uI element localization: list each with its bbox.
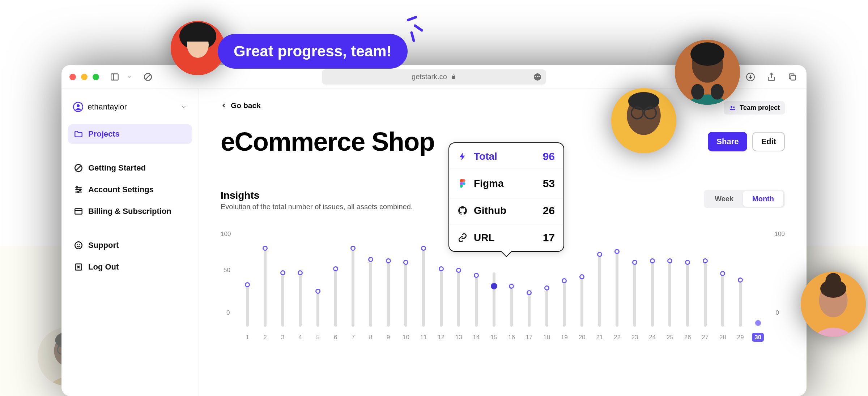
x-axis-label: 25: [661, 334, 679, 341]
chart-bar[interactable]: [450, 272, 468, 327]
download-icon[interactable]: [744, 71, 757, 83]
chart-bar[interactable]: [327, 271, 344, 327]
edit-button[interactable]: Edit: [752, 132, 785, 151]
breakdown-label: Github: [474, 205, 506, 216]
sliders-icon: [74, 185, 83, 194]
chart-bar[interactable]: [573, 279, 591, 327]
svg-point-20: [75, 242, 82, 249]
chart-bar[interactable]: [643, 263, 661, 327]
x-axis-label: 30: [749, 334, 767, 341]
chart-bar[interactable]: [344, 250, 362, 327]
svg-point-26: [731, 106, 732, 108]
sidebar-item-label: Projects: [88, 129, 120, 139]
breakdown-row-url: URL 17: [449, 224, 563, 251]
url-text: getstark.co: [412, 73, 447, 81]
chart-bar[interactable]: [696, 263, 714, 327]
chart-bar[interactable]: [292, 275, 309, 327]
url-menu-icon[interactable]: •••: [534, 73, 541, 81]
chart-bar[interactable]: [256, 250, 274, 327]
maximize-window-icon[interactable]: [93, 74, 99, 80]
user-name: ethantaylor: [88, 102, 176, 112]
user-avatar-icon: [73, 102, 83, 112]
chart-bar[interactable]: [503, 288, 520, 327]
toggle-month[interactable]: Month: [743, 191, 783, 207]
chart-bar[interactable]: [556, 283, 573, 327]
sidebar-item-getting-started[interactable]: Getting Started: [68, 158, 192, 178]
chart-bar[interactable]: [608, 254, 626, 327]
chart-bar[interactable]: [679, 264, 697, 327]
chart-bar[interactable]: [485, 272, 503, 327]
chart-bar[interactable]: [432, 271, 450, 327]
y-axis-label: 0: [776, 309, 779, 317]
breakdown-row-total: Total 96: [449, 143, 563, 170]
svg-point-16: [79, 189, 81, 190]
sidebar-item-label: Account Settings: [88, 185, 154, 194]
breakdown-label: Figma: [474, 178, 503, 189]
chart-bar[interactable]: [591, 257, 608, 327]
sidebar-item-support[interactable]: Support: [68, 236, 192, 255]
x-axis-label: 11: [415, 334, 433, 341]
chart-bar[interactable]: [309, 293, 327, 327]
x-axis-label: 12: [432, 334, 450, 341]
block-icon[interactable]: [142, 71, 154, 83]
minimize-window-icon[interactable]: [81, 74, 88, 80]
x-axis-label: 22: [608, 334, 626, 341]
chart-bar[interactable]: [538, 290, 556, 327]
sidebar-item-account-settings[interactable]: Account Settings: [68, 180, 192, 199]
chart-bar[interactable]: [661, 263, 679, 327]
x-axis-label: 10: [397, 334, 415, 341]
speech-bubble: Great progress, team!: [218, 34, 408, 69]
x-axis-label: 8: [362, 334, 380, 341]
chevron-down-icon[interactable]: [123, 71, 135, 83]
svg-rect-0: [111, 74, 118, 80]
chart-bar[interactable]: [415, 250, 433, 327]
chart-bar[interactable]: [397, 264, 415, 327]
team-icon: [729, 104, 736, 112]
breakdown-row-github: Github 26: [449, 197, 563, 224]
x-axis-label: 16: [503, 334, 520, 341]
chart-bar[interactable]: [379, 263, 397, 327]
lightning-icon: [458, 152, 467, 161]
breakdown-value: 53: [543, 177, 555, 190]
team-project-badge: Team project: [724, 101, 785, 115]
chart-bar[interactable]: [714, 276, 732, 327]
share-icon[interactable]: [765, 71, 778, 83]
x-axis-label: 28: [714, 334, 732, 341]
chart-bar[interactable]: [468, 277, 485, 327]
svg-point-17: [77, 191, 78, 193]
y-axis-label: 50: [224, 267, 230, 274]
breakdown-value: 17: [543, 232, 555, 244]
chart-bar[interactable]: [520, 295, 538, 327]
url-bar[interactable]: getstark.co •••: [322, 69, 546, 85]
svg-line-3: [146, 74, 150, 79]
x-axis-label: 5: [309, 334, 327, 341]
go-back-button[interactable]: Go back: [221, 101, 261, 110]
x-axis-label: 17: [520, 334, 538, 341]
x-axis-label: 2: [256, 334, 274, 341]
svg-rect-7: [791, 75, 796, 80]
smile-icon: [74, 241, 83, 250]
x-axis-label: 29: [732, 334, 749, 341]
sidebar-item-billing[interactable]: Billing & Subscription: [68, 202, 192, 221]
chart-bar[interactable]: [274, 275, 292, 327]
lock-icon: [451, 74, 456, 80]
team-badge-label: Team project: [740, 104, 780, 112]
copy-icon[interactable]: [786, 71, 799, 83]
breakdown-tooltip: Total 96 Figma 53 Github 26 URL 17: [448, 142, 564, 252]
x-axis-label: 13: [450, 334, 468, 341]
x-axis-label: 3: [274, 334, 292, 341]
sidebar-item-logout[interactable]: Log Out: [68, 257, 192, 277]
avatar: [801, 272, 866, 337]
close-window-icon[interactable]: [69, 74, 76, 80]
chart-bar[interactable]: [732, 282, 749, 327]
chart-bar[interactable]: [362, 262, 380, 327]
svg-rect-32: [187, 32, 209, 42]
chart-bar[interactable]: [749, 326, 767, 327]
share-button[interactable]: Share: [708, 132, 747, 151]
user-menu[interactable]: ethantaylor: [68, 98, 192, 116]
sidebar-item-projects[interactable]: Projects: [68, 124, 192, 144]
toggle-week[interactable]: Week: [705, 191, 743, 207]
chart-bar[interactable]: [626, 264, 644, 327]
sidebar-toggle-icon[interactable]: [109, 71, 121, 83]
chart-bar[interactable]: [239, 287, 256, 327]
